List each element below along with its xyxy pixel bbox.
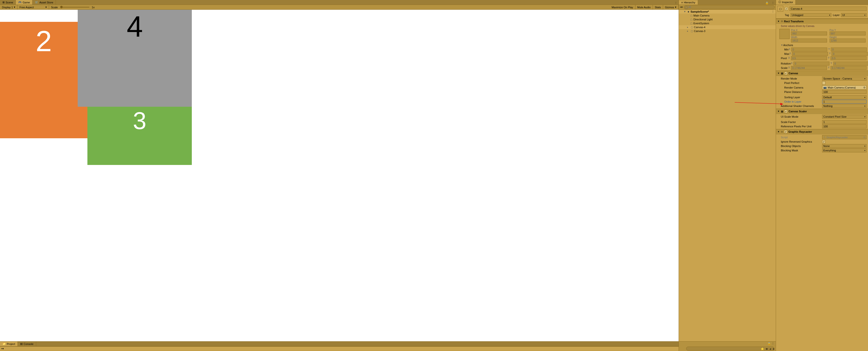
hierarchy-tree: ▼SampleScene* ⋮ Main Camera Directional …	[679, 10, 776, 341]
tree-item-main-camera[interactable]: Main Camera	[679, 13, 776, 17]
mute-audio-toggle[interactable]: Mute Audio	[636, 5, 653, 9]
canvas-box-2: 2	[0, 22, 87, 138]
tree-item-canvas-3[interactable]: ▸Canvas-3	[679, 29, 776, 33]
chevron-down-icon: ▾	[675, 6, 676, 9]
tree-scene-root[interactable]: ▼SampleScene* ⋮	[679, 10, 776, 13]
gameobject-icon	[689, 14, 693, 17]
cart-icon: 🛒	[35, 1, 38, 4]
component-canvas-header[interactable]: ▼▦ Canvas	[776, 71, 868, 76]
pixel-perfect-checkbox[interactable]	[822, 81, 826, 85]
context-menu-icon[interactable]: ⋮	[772, 10, 776, 13]
stats-toggle[interactable]: Stats	[653, 5, 663, 9]
sorting-layer-dropdown[interactable]: Default	[822, 95, 867, 99]
script-icon: ⊹	[823, 136, 826, 139]
pos-x-field[interactable]	[791, 32, 827, 35]
hidden-count: 8	[773, 348, 774, 351]
hierarchy-tab-strip: ≡Hierarchy 🔒 ⋮	[679, 0, 776, 5]
ref-pixels-field[interactable]	[822, 125, 867, 128]
aspect-dropdown[interactable]: Free Aspect▾	[18, 5, 49, 9]
tree-item-directional-light[interactable]: Directional Light	[679, 17, 776, 21]
tree-item-canvas-4[interactable]: ▸Canvas-4	[679, 25, 776, 29]
component-rect-transform-header[interactable]: ▼⊹ Rect Transform	[776, 19, 868, 24]
order-in-layer-label: Order in Layer	[781, 100, 822, 103]
height-field[interactable]	[830, 39, 866, 42]
filter-icon[interactable]: ⌀	[770, 347, 771, 351]
pivot-x[interactable]	[791, 56, 827, 60]
blocking-objects-dropdown[interactable]: None	[822, 144, 867, 148]
gameobject-icon	[689, 22, 693, 25]
maximize-toggle[interactable]: Maximize On Play	[610, 5, 636, 9]
width-field[interactable]	[791, 39, 827, 42]
canvas-scaler-icon: ▦	[781, 110, 783, 113]
project-toolbar: +▾	[0, 346, 679, 351]
blocking-mask-dropdown[interactable]: Everything	[822, 148, 867, 152]
panel-menu-icon[interactable]: ⋮	[673, 1, 679, 5]
tab-game[interactable]: 🎮Game	[16, 0, 33, 5]
rotation-y[interactable]	[833, 62, 868, 66]
game-tab-strip: ⊞Scene 🎮Game 🛒Asset Store ⋮	[0, 0, 679, 5]
display-dropdown[interactable]: Display 1 ▾	[0, 5, 18, 9]
canvas-scaler-enabled-checkbox[interactable]	[784, 110, 787, 113]
gizmos-dropdown[interactable]: Gizmos ▾	[663, 5, 679, 9]
component-canvas-scaler-header[interactable]: ▼▦ Canvas Scaler	[776, 109, 868, 114]
tag-label: Tag	[785, 13, 789, 16]
ui-scale-mode-dropdown[interactable]: Constant Pixel Size	[822, 115, 867, 118]
hidden-icon[interactable]: 👁	[766, 348, 768, 351]
pos-y-field[interactable]	[830, 32, 866, 35]
info-icon: ⓘ	[778, 0, 781, 4]
component-graphic-raycaster-header[interactable]: ▼⊹ Graphic Raycaster	[776, 129, 868, 134]
scale-slider[interactable]: Scale 1x	[49, 5, 96, 9]
plane-distance-field[interactable]	[822, 90, 867, 94]
favorite-icon[interactable]: ⭐	[761, 347, 764, 351]
tab-inspector[interactable]: ⓘInspector	[776, 0, 796, 5]
canvas-enabled-checkbox[interactable]	[784, 72, 787, 75]
tab-asset-store[interactable]: 🛒Asset Store	[33, 0, 56, 5]
anchor-max-x[interactable]	[792, 52, 828, 56]
console-icon: ▤	[20, 342, 23, 345]
game-view: 3 2 4	[0, 10, 679, 341]
tab-project[interactable]: 📁Project	[0, 342, 18, 346]
grid-icon: ⊞	[2, 1, 5, 4]
raycaster-enabled-checkbox[interactable]	[784, 130, 787, 133]
additional-shader-channels-dropdown[interactable]: Nothing	[822, 104, 867, 108]
layer-dropdown[interactable]: UI	[841, 13, 867, 17]
layer-label: Layer	[833, 13, 840, 16]
order-in-layer-field[interactable]	[822, 100, 867, 104]
scale-factor-field[interactable]	[822, 120, 867, 124]
lock-icon[interactable]: 🔒 ⋮	[768, 342, 774, 345]
gameobject-icon	[689, 18, 693, 21]
inspector-tab-strip: ⓘInspector	[776, 0, 868, 5]
canvas-box-4: 4	[78, 10, 192, 107]
pivot-y[interactable]	[831, 56, 867, 60]
tab-hierarchy[interactable]: ≡Hierarchy	[679, 0, 698, 5]
folder-icon: 📁	[2, 342, 6, 345]
rect-driven-info: Some values driven by Canvas.	[776, 24, 868, 28]
tab-console[interactable]: ▤Console	[18, 342, 36, 346]
scale-x[interactable]	[791, 66, 827, 70]
render-camera-field[interactable]: 📷Main Camera (Camera)	[822, 85, 867, 90]
raycaster-icon: ⊹	[781, 130, 783, 133]
game-toolbar: Display 1 ▾ Free Aspect▾ Scale 1x Maximi…	[0, 5, 679, 10]
render-mode-dropdown[interactable]: Screen Space - Camera	[822, 77, 867, 80]
tree-item-eventsystem[interactable]: EventSystem	[679, 21, 776, 25]
chevron-down-icon: ▾	[45, 6, 47, 9]
anchor-max-y[interactable]	[832, 52, 868, 56]
add-dropdown[interactable]: +▾	[680, 6, 683, 9]
panel-menu-icon[interactable]: ⋮	[770, 1, 776, 5]
object-name-input[interactable]	[789, 6, 867, 11]
rotation-x[interactable]	[794, 62, 829, 66]
scale-y[interactable]	[831, 66, 867, 70]
anchor-min-y[interactable]	[831, 47, 867, 51]
hierarchy-search-input[interactable]: All	[684, 5, 775, 9]
tab-scene[interactable]: ⊞Scene	[0, 0, 16, 5]
tag-dropdown[interactable]: Untagged	[790, 13, 832, 17]
ignore-reversed-checkbox[interactable]	[822, 140, 826, 143]
anchor-min-x[interactable]	[791, 47, 827, 51]
gameobject-icon	[690, 29, 693, 33]
lock-icon[interactable]: 🔒	[764, 1, 770, 5]
active-checkbox[interactable]	[785, 7, 788, 10]
anchors-foldout[interactable]: Anchors	[783, 44, 825, 46]
camera-icon: 📷	[823, 86, 827, 89]
anchor-preset-button[interactable]	[779, 29, 789, 39]
add-dropdown[interactable]: +▾	[1, 347, 4, 350]
